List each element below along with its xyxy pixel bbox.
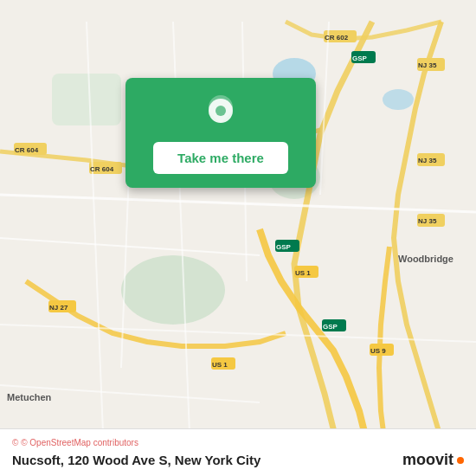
svg-text:CR 604: CR 604 [15, 146, 39, 154]
svg-text:GSP: GSP [276, 243, 292, 251]
bottom-bar: © © OpenStreetMap contributors Nucsoft, … [0, 428, 476, 476]
map-container: GSP GSP GSP NJ 35 NJ 35 NJ 35 CR 604 CR … [0, 0, 476, 476]
svg-text:US 1: US 1 [295, 269, 311, 277]
svg-line-19 [0, 238, 260, 255]
location-info: Nucsoft, 120 Wood Ave S, New York City m… [12, 451, 464, 469]
svg-text:NJ 35: NJ 35 [418, 157, 437, 164]
svg-point-4 [383, 89, 414, 110]
svg-line-23 [0, 325, 476, 342]
location-pin-icon [202, 95, 240, 133]
attribution: © © OpenStreetMap contributors [12, 438, 464, 447]
location-card: Take me there [125, 78, 316, 188]
svg-text:GSP: GSP [323, 323, 338, 331]
map-svg: GSP GSP GSP NJ 35 NJ 35 NJ 35 CR 604 CR … [0, 0, 476, 476]
svg-text:CR 604: CR 604 [90, 165, 114, 173]
copyright-symbol: © [12, 438, 18, 447]
svg-text:Metuchen: Metuchen [7, 392, 52, 402]
attribution-text: © OpenStreetMap contributors [21, 438, 138, 447]
svg-text:GSP: GSP [352, 55, 368, 62]
svg-text:US 9: US 9 [370, 347, 386, 355]
moovit-logo: moovit [402, 451, 464, 469]
take-me-there-button[interactable]: Take me there [153, 142, 288, 174]
svg-text:NJ 35: NJ 35 [418, 217, 437, 225]
moovit-dot [457, 457, 464, 464]
svg-text:NJ 27: NJ 27 [49, 304, 68, 312]
location-name: Nucsoft, 120 Wood Ave S, New York City [12, 453, 261, 467]
moovit-text: moovit [402, 451, 453, 469]
svg-text:CR 602: CR 602 [325, 34, 349, 42]
svg-text:NJ 35: NJ 35 [418, 61, 437, 69]
svg-text:Woodbridge: Woodbridge [398, 254, 453, 264]
svg-text:US 1: US 1 [212, 361, 228, 369]
svg-point-0 [121, 255, 225, 325]
svg-rect-2 [52, 74, 121, 125]
svg-line-18 [0, 195, 476, 212]
